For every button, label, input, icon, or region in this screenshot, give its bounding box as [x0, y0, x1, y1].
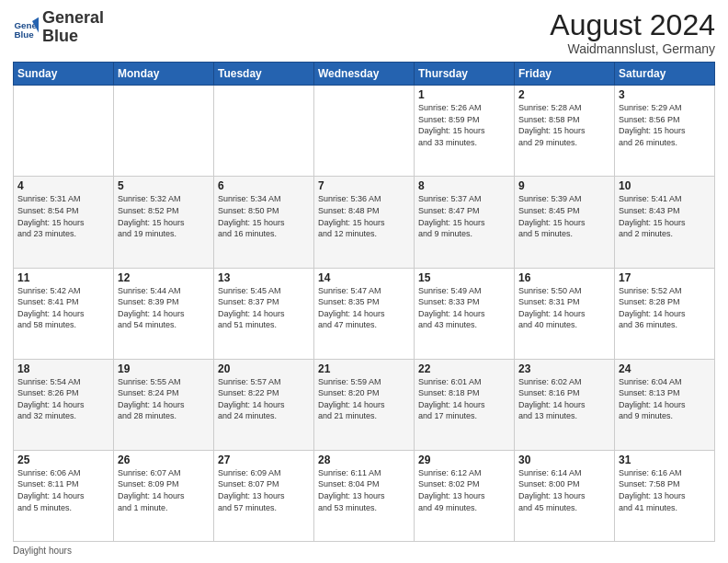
- col-header-wednesday: Wednesday: [314, 63, 415, 86]
- day-number: 15: [418, 271, 510, 284]
- calendar-cell: 31Sunrise: 6:16 AM Sunset: 7:58 PM Dayli…: [615, 450, 715, 541]
- day-number: 4: [17, 179, 109, 192]
- day-info: Sunrise: 5:39 AM Sunset: 8:45 PM Dayligh…: [518, 193, 610, 239]
- day-number: 29: [418, 454, 510, 466]
- col-header-saturday: Saturday: [615, 63, 715, 86]
- calendar-cell: 29Sunrise: 6:12 AM Sunset: 8:02 PM Dayli…: [415, 450, 515, 541]
- day-info: Sunrise: 6:07 AM Sunset: 8:09 PM Dayligh…: [118, 467, 210, 513]
- calendar-cell: 24Sunrise: 6:04 AM Sunset: 8:13 PM Dayli…: [615, 359, 715, 450]
- day-number: 2: [518, 88, 610, 101]
- calendar-table: SundayMondayTuesdayWednesdayThursdayFrid…: [13, 62, 715, 542]
- day-number: 19: [118, 362, 210, 375]
- day-info: Sunrise: 5:42 AM Sunset: 8:41 PM Dayligh…: [17, 285, 109, 331]
- day-number: 21: [318, 362, 410, 375]
- footer-note: Daylight hours: [13, 546, 715, 556]
- day-info: Sunrise: 5:44 AM Sunset: 8:39 PM Dayligh…: [118, 285, 210, 331]
- month-title: August 2024: [550, 9, 715, 41]
- col-header-thursday: Thursday: [415, 63, 515, 86]
- col-header-monday: Monday: [114, 63, 214, 86]
- day-info: Sunrise: 6:06 AM Sunset: 8:11 PM Dayligh…: [17, 467, 109, 513]
- calendar-cell: 27Sunrise: 6:09 AM Sunset: 8:07 PM Dayli…: [214, 450, 314, 541]
- day-info: Sunrise: 5:32 AM Sunset: 8:52 PM Dayligh…: [118, 193, 210, 239]
- day-info: Sunrise: 6:04 AM Sunset: 8:13 PM Dayligh…: [619, 376, 711, 422]
- calendar-cell: 16Sunrise: 5:50 AM Sunset: 8:31 PM Dayli…: [515, 268, 615, 359]
- calendar-cell: 15Sunrise: 5:49 AM Sunset: 8:33 PM Dayli…: [415, 268, 515, 359]
- col-header-friday: Friday: [515, 63, 615, 86]
- day-info: Sunrise: 5:41 AM Sunset: 8:43 PM Dayligh…: [619, 193, 711, 239]
- day-number: 16: [518, 271, 610, 284]
- calendar-cell: 26Sunrise: 6:07 AM Sunset: 8:09 PM Dayli…: [114, 450, 214, 541]
- calendar-cell: 13Sunrise: 5:45 AM Sunset: 8:37 PM Dayli…: [214, 268, 314, 359]
- day-number: 31: [619, 454, 711, 466]
- calendar-cell: 17Sunrise: 5:52 AM Sunset: 8:28 PM Dayli…: [615, 268, 715, 359]
- day-number: 14: [318, 271, 410, 284]
- calendar-cell: 30Sunrise: 6:14 AM Sunset: 8:00 PM Dayli…: [515, 450, 615, 541]
- day-info: Sunrise: 6:01 AM Sunset: 8:18 PM Dayligh…: [418, 376, 510, 422]
- calendar-row-2: 4Sunrise: 5:31 AM Sunset: 8:54 PM Daylig…: [14, 177, 715, 268]
- day-info: Sunrise: 6:14 AM Sunset: 8:00 PM Dayligh…: [518, 467, 610, 513]
- day-number: 18: [17, 362, 109, 375]
- day-info: Sunrise: 5:37 AM Sunset: 8:47 PM Dayligh…: [418, 193, 510, 239]
- day-number: 13: [218, 271, 310, 284]
- day-number: 10: [619, 179, 711, 192]
- day-number: 8: [418, 179, 510, 192]
- col-header-tuesday: Tuesday: [214, 63, 314, 86]
- page: General Blue General Blue August 2024 Wa…: [0, 0, 728, 563]
- calendar-cell: [114, 86, 214, 177]
- day-info: Sunrise: 5:45 AM Sunset: 8:37 PM Dayligh…: [218, 285, 310, 331]
- day-number: 12: [118, 271, 210, 284]
- calendar-cell: 9Sunrise: 5:39 AM Sunset: 8:45 PM Daylig…: [515, 177, 615, 268]
- day-number: 25: [17, 454, 109, 466]
- calendar-row-4: 18Sunrise: 5:54 AM Sunset: 8:26 PM Dayli…: [14, 359, 715, 450]
- day-info: Sunrise: 5:57 AM Sunset: 8:22 PM Dayligh…: [218, 376, 310, 422]
- logo-area: General Blue General Blue: [13, 9, 104, 46]
- general-blue-icon: General Blue: [13, 15, 39, 40]
- calendar-cell: 14Sunrise: 5:47 AM Sunset: 8:35 PM Dayli…: [314, 268, 415, 359]
- day-info: Sunrise: 6:16 AM Sunset: 7:58 PM Dayligh…: [619, 467, 711, 513]
- calendar-cell: [214, 86, 314, 177]
- top-area: General Blue General Blue August 2024 Wa…: [13, 9, 715, 56]
- calendar-row-1: 1Sunrise: 5:26 AM Sunset: 8:59 PM Daylig…: [14, 86, 715, 177]
- calendar-cell: 6Sunrise: 5:34 AM Sunset: 8:50 PM Daylig…: [214, 177, 314, 268]
- day-info: Sunrise: 5:52 AM Sunset: 8:28 PM Dayligh…: [619, 285, 711, 331]
- day-number: 9: [518, 179, 610, 192]
- svg-text:Blue: Blue: [14, 29, 34, 40]
- day-info: Sunrise: 5:36 AM Sunset: 8:48 PM Dayligh…: [318, 193, 410, 239]
- day-info: Sunrise: 6:11 AM Sunset: 8:04 PM Dayligh…: [318, 467, 410, 513]
- day-number: 11: [17, 271, 109, 284]
- day-number: 22: [418, 362, 510, 375]
- day-info: Sunrise: 5:31 AM Sunset: 8:54 PM Dayligh…: [17, 193, 109, 239]
- calendar-cell: 25Sunrise: 6:06 AM Sunset: 8:11 PM Dayli…: [14, 450, 114, 541]
- day-number: 23: [518, 362, 610, 375]
- calendar-cell: 12Sunrise: 5:44 AM Sunset: 8:39 PM Dayli…: [114, 268, 214, 359]
- calendar-cell: [14, 86, 114, 177]
- day-info: Sunrise: 5:28 AM Sunset: 8:58 PM Dayligh…: [518, 102, 610, 148]
- calendar-cell: 3Sunrise: 5:29 AM Sunset: 8:56 PM Daylig…: [615, 86, 715, 177]
- calendar-cell: 22Sunrise: 6:01 AM Sunset: 8:18 PM Dayli…: [415, 359, 515, 450]
- calendar-cell: 1Sunrise: 5:26 AM Sunset: 8:59 PM Daylig…: [415, 86, 515, 177]
- calendar-cell: 2Sunrise: 5:28 AM Sunset: 8:58 PM Daylig…: [515, 86, 615, 177]
- calendar-cell: [314, 86, 415, 177]
- calendar-cell: 5Sunrise: 5:32 AM Sunset: 8:52 PM Daylig…: [114, 177, 214, 268]
- calendar-cell: 8Sunrise: 5:37 AM Sunset: 8:47 PM Daylig…: [415, 177, 515, 268]
- location: Waidmannslust, Germany: [550, 41, 715, 56]
- logo-line1: General: [42, 9, 104, 28]
- day-number: 7: [318, 179, 410, 192]
- daylight-note: Daylight hours: [13, 546, 72, 556]
- calendar-cell: 19Sunrise: 5:55 AM Sunset: 8:24 PM Dayli…: [114, 359, 214, 450]
- day-number: 30: [518, 454, 610, 466]
- calendar-cell: 20Sunrise: 5:57 AM Sunset: 8:22 PM Dayli…: [214, 359, 314, 450]
- calendar-cell: 18Sunrise: 5:54 AM Sunset: 8:26 PM Dayli…: [14, 359, 114, 450]
- calendar-cell: 23Sunrise: 6:02 AM Sunset: 8:16 PM Dayli…: [515, 359, 615, 450]
- logo-text: General Blue: [42, 9, 104, 46]
- calendar-header-row: SundayMondayTuesdayWednesdayThursdayFrid…: [14, 63, 715, 86]
- col-header-sunday: Sunday: [14, 63, 114, 86]
- day-info: Sunrise: 5:49 AM Sunset: 8:33 PM Dayligh…: [418, 285, 510, 331]
- day-number: 28: [318, 454, 410, 466]
- day-info: Sunrise: 6:09 AM Sunset: 8:07 PM Dayligh…: [218, 467, 310, 513]
- day-number: 5: [118, 179, 210, 192]
- day-info: Sunrise: 5:59 AM Sunset: 8:20 PM Dayligh…: [318, 376, 410, 422]
- calendar-row-5: 25Sunrise: 6:06 AM Sunset: 8:11 PM Dayli…: [14, 450, 715, 541]
- day-number: 27: [218, 454, 310, 466]
- calendar-cell: 4Sunrise: 5:31 AM Sunset: 8:54 PM Daylig…: [14, 177, 114, 268]
